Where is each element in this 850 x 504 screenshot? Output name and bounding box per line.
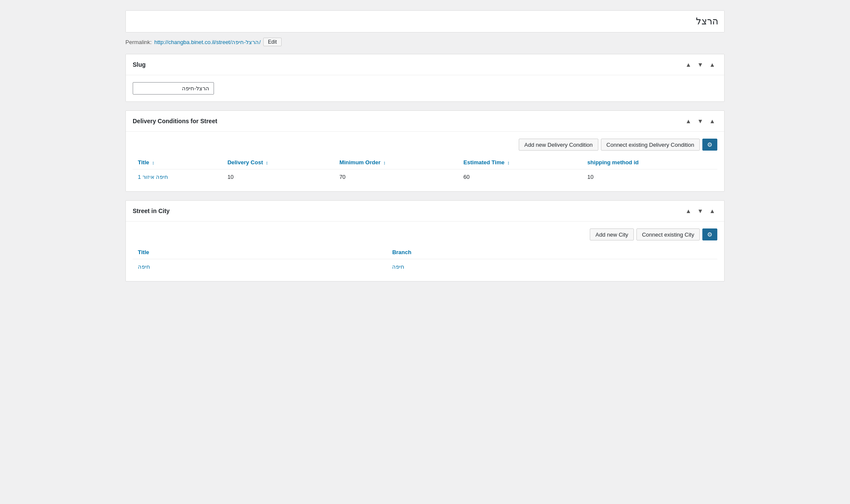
street-in-city-body: Add new City Connect existing City ⚙ Tit… xyxy=(126,222,724,281)
street-in-city-controls: ▲ ▼ ▲ xyxy=(683,207,717,215)
gear-icon: ⚙ xyxy=(707,141,713,148)
connect-existing-delivery-condition-button[interactable]: Connect existing Delivery Condition xyxy=(601,139,700,151)
connect-existing-city-button[interactable]: Connect existing City xyxy=(636,228,700,240)
street-in-city-table-body: חיפה חיפה xyxy=(133,259,717,275)
col-delivery-cost[interactable]: Delivery Cost ↕ xyxy=(222,156,334,169)
street-in-city-table: Title Branch חיפה חיפה xyxy=(133,246,717,274)
city-row-branch-cell: חיפה xyxy=(387,259,717,275)
row-title-cell: חיפה איזור 1 xyxy=(133,169,222,185)
col-minimum-order-sort-icon: ↕ xyxy=(383,160,386,165)
delivery-conditions-body: Add new Delivery Condition Connect exist… xyxy=(126,132,724,191)
col-estimated-time-sort-icon: ↕ xyxy=(507,160,510,165)
slug-input[interactable] xyxy=(133,82,214,95)
add-new-city-button[interactable]: Add new City xyxy=(590,228,634,240)
col-delivery-cost-label: Delivery Cost xyxy=(227,159,263,166)
delivery-conditions-up-button[interactable]: ▲ xyxy=(683,117,693,125)
slug-collapse-up-button[interactable]: ▲ xyxy=(683,60,693,69)
street-in-city-action-row: Add new City Connect existing City ⚙ xyxy=(133,228,717,240)
delivery-conditions-table-body: חיפה איזור 1 10 70 60 10 xyxy=(133,169,717,185)
col-minimum-order[interactable]: Minimum Order ↕ xyxy=(334,156,458,169)
street-in-city-header-row: Title Branch xyxy=(133,246,717,259)
delivery-conditions-gear-button[interactable]: ⚙ xyxy=(702,139,717,151)
street-in-city-title: Street in City xyxy=(133,208,169,214)
col-title-sort-icon: ↕ xyxy=(152,160,155,165)
city-gear-icon: ⚙ xyxy=(707,231,713,238)
delivery-conditions-action-row: Add new Delivery Condition Connect exist… xyxy=(133,139,717,151)
city-col-title: Title xyxy=(133,246,387,259)
col-delivery-cost-sort-icon: ↕ xyxy=(266,160,268,165)
delivery-conditions-section: Delivery Conditions for Street ▲ ▼ ▲ Add… xyxy=(125,110,725,192)
page-wrapper: Permalink: http://changba.binet.co.il/st… xyxy=(125,10,725,282)
row-shipping-method-id-cell: 10 xyxy=(582,169,717,185)
col-shipping-method-id-label: shipping method id xyxy=(587,159,639,166)
permalink-bar: Permalink: http://changba.binet.co.il/st… xyxy=(125,38,725,46)
col-title[interactable]: Title ↕ xyxy=(133,156,222,169)
add-new-delivery-condition-button[interactable]: Add new Delivery Condition xyxy=(519,139,598,151)
permalink-url[interactable]: http://changba.binet.co.il/street/הרצל-ח… xyxy=(154,39,261,45)
delivery-conditions-title: Delivery Conditions for Street xyxy=(133,118,217,125)
slug-section-title: Slug xyxy=(133,61,146,68)
street-in-city-up-button[interactable]: ▲ xyxy=(683,207,693,215)
street-in-city-header: Street in City ▲ ▼ ▲ xyxy=(126,201,724,222)
row-delivery-cost-cell: 10 xyxy=(222,169,334,185)
delivery-conditions-header: Delivery Conditions for Street ▲ ▼ ▲ xyxy=(126,111,724,132)
street-in-city-expand-button[interactable]: ▲ xyxy=(707,207,717,215)
city-col-branch: Branch xyxy=(387,246,717,259)
row-minimum-order-cell: 70 xyxy=(334,169,458,185)
delivery-conditions-down-button[interactable]: ▼ xyxy=(695,117,705,125)
col-shipping-method-id: shipping method id xyxy=(582,156,717,169)
city-row-title-link[interactable]: חיפה xyxy=(138,264,150,270)
slug-section-header: Slug ▲ ▼ ▲ xyxy=(126,54,724,75)
city-row-branch-link[interactable]: חיפה xyxy=(392,264,404,270)
table-row: חיפה איזור 1 10 70 60 10 xyxy=(133,169,717,185)
street-in-city-down-button[interactable]: ▼ xyxy=(695,207,705,215)
delivery-conditions-table: Title ↕ Delivery Cost ↕ Minimum Order ↕ xyxy=(133,156,717,184)
col-estimated-time-label: Estimated Time xyxy=(464,159,505,166)
col-estimated-time[interactable]: Estimated Time ↕ xyxy=(458,156,583,169)
col-title-label: Title xyxy=(138,159,149,166)
title-input-wrap xyxy=(125,10,725,33)
city-col-title-label: Title xyxy=(138,249,149,255)
street-in-city-section: Street in City ▲ ▼ ▲ Add new City Connec… xyxy=(125,200,725,282)
slug-expand-button[interactable]: ▲ xyxy=(707,60,717,69)
slug-section: Slug ▲ ▼ ▲ xyxy=(125,54,725,102)
permalink-label: Permalink: xyxy=(125,39,152,45)
permalink-edit-button[interactable]: Edit xyxy=(263,38,282,46)
title-input[interactable] xyxy=(126,11,724,32)
col-minimum-order-label: Minimum Order xyxy=(339,159,380,166)
delivery-conditions-expand-button[interactable]: ▲ xyxy=(707,117,717,125)
street-in-city-table-head: Title Branch xyxy=(133,246,717,259)
table-row: חיפה חיפה xyxy=(133,259,717,275)
row-title-link[interactable]: חיפה איזור 1 xyxy=(138,174,168,180)
delivery-conditions-table-header-row: Title ↕ Delivery Cost ↕ Minimum Order ↕ xyxy=(133,156,717,169)
slug-section-controls: ▲ ▼ ▲ xyxy=(683,60,717,69)
city-col-branch-label: Branch xyxy=(392,249,411,255)
row-estimated-time-cell: 60 xyxy=(458,169,583,185)
slug-collapse-down-button[interactable]: ▼ xyxy=(695,60,705,69)
street-in-city-gear-button[interactable]: ⚙ xyxy=(702,228,717,240)
delivery-conditions-table-head: Title ↕ Delivery Cost ↕ Minimum Order ↕ xyxy=(133,156,717,169)
city-row-title-cell: חיפה xyxy=(133,259,387,275)
slug-section-body xyxy=(126,75,724,101)
delivery-conditions-controls: ▲ ▼ ▲ xyxy=(683,117,717,125)
